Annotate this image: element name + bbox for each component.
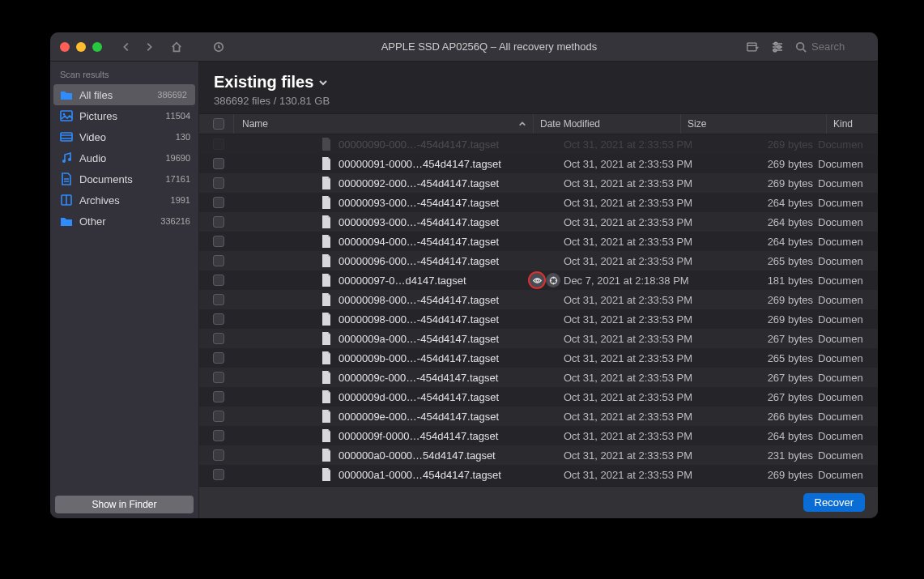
file-date: Oct 31, 2021 at 2:33:53 PM [562,255,709,267]
file-row[interactable]: 000000a1-0000…454d4147.tagsetOct 31, 202… [199,465,878,484]
sidebar-item-count: 17161 [165,174,190,184]
back-button[interactable] [117,37,136,57]
titlebar: APPLE SSD AP0256Q – All recovery methods [50,32,878,62]
recover-button[interactable]: Recover [803,493,865,512]
file-row[interactable]: 0000009b-000…-454d4147.tagsetOct 31, 202… [199,348,878,368]
file-date: Oct 31, 2021 at 2:33:53 PM [562,177,709,189]
row-checkbox[interactable] [213,294,224,305]
file-row[interactable]: 00000094-000…-454d4147.tagsetOct 31, 202… [199,232,878,251]
preview-icon[interactable] [530,273,544,287]
search-field[interactable] [795,40,868,53]
file-kind: Documen [818,158,878,170]
file-kind: Documen [818,372,878,384]
file-list[interactable]: 00000090-000…-454d4147.tagsetOct 31, 202… [199,134,878,486]
file-kind: Documen [818,313,878,326]
sidebar-item-archives[interactable]: Archives1991 [50,189,198,211]
row-checkbox[interactable] [213,411,224,422]
sidebar-item-all-files[interactable]: All files386692 [53,84,195,105]
file-kind: Documen [818,449,878,462]
row-checkbox[interactable] [213,352,224,364]
row-checkbox[interactable] [213,333,224,344]
image-icon [60,109,73,122]
file-size: 265 bytes [709,255,818,267]
file-name: 00000098-000…-454d4147.tagset [339,313,530,326]
file-row[interactable]: 00000093-000…-454d4147.tagsetOct 31, 202… [199,212,878,232]
home-button[interactable] [167,37,186,57]
file-row[interactable]: 0000009f-0000…454d4147.tagsetOct 31, 202… [199,426,878,445]
file-size: 269 bytes [709,294,818,306]
main-title[interactable]: Existing files [214,73,863,92]
row-checkbox[interactable] [213,158,224,169]
row-checkbox[interactable] [213,449,224,461]
column-size[interactable]: Size [680,114,826,134]
row-checkbox[interactable] [213,372,224,383]
main-subtitle: 386692 files / 130.81 GB [214,95,863,107]
sidebar-item-label: Video [79,131,106,143]
file-date: Oct 31, 2021 at 2:33:53 PM [562,138,709,151]
search-input[interactable] [811,40,860,53]
row-checkbox[interactable] [213,138,224,150]
file-date: Dec 7, 2021 at 2:18:38 PM [562,275,709,287]
file-row[interactable]: 00000098-000…-454d4147.tagsetOct 31, 202… [199,309,878,329]
row-checkbox[interactable] [213,255,224,266]
sidebar-item-documents[interactable]: Documents17161 [50,168,198,189]
file-name: 00000094-000…-454d4147.tagset [339,236,530,248]
file-icon [321,293,334,306]
file-row[interactable]: 0000009d-000…-454d4147.tagsetOct 31, 202… [199,387,878,407]
file-row[interactable]: 00000090-000…-454d4147.tagsetOct 31, 202… [199,134,878,154]
show-in-finder-button[interactable]: Show in Finder [55,496,194,513]
forward-button[interactable] [139,37,159,57]
row-checkbox[interactable] [213,216,224,228]
file-icon [321,390,334,403]
select-all-checkbox[interactable] [213,118,224,130]
file-row[interactable]: 00000093-000…-454d4147.tagsetOct 31, 202… [199,193,878,212]
row-checkbox[interactable] [213,430,224,441]
main-header: Existing files 386692 files / 130.81 GB [199,62,878,113]
sidebar-item-label: Archives [79,194,120,206]
file-date: Oct 31, 2021 at 2:33:53 PM [562,449,709,462]
file-size: 269 bytes [709,469,818,481]
row-checkbox[interactable] [213,177,224,189]
minimize-window-icon[interactable] [76,42,86,52]
row-checkbox[interactable] [213,391,224,402]
file-row[interactable]: 0000009e-000…-454d4147.tagsetOct 31, 202… [199,407,878,426]
row-checkbox[interactable] [213,236,224,247]
file-icon [321,138,334,151]
sidebar-item-count: 336216 [160,216,190,226]
file-date: Oct 31, 2021 at 2:33:53 PM [562,372,709,384]
view-mode-button[interactable] [747,40,760,53]
row-checkbox[interactable] [213,313,224,325]
row-checkbox[interactable] [213,469,224,480]
file-name: 0000009a-000…-454d4147.tagset [339,333,530,345]
file-row[interactable]: 00000091-0000…454d4147.tagsetOct 31, 202… [199,154,878,173]
bottom-bar: Recover [199,486,878,518]
file-row[interactable]: 0000009c-000…-454d4147.tagsetOct 31, 202… [199,368,878,387]
file-row[interactable]: 00000092-000…-454d4147.tagsetOct 31, 202… [199,173,878,193]
row-checkbox[interactable] [213,275,224,286]
rescan-button[interactable] [209,37,228,57]
sidebar-item-other[interactable]: Other336216 [50,211,198,232]
file-row[interactable]: 00000096-000…-454d4147.tagsetOct 31, 202… [199,251,878,270]
file-size: 181 bytes [709,275,818,287]
file-row[interactable]: 00000097-0…d4147.tagsetDec 7, 2021 at 2:… [199,270,878,290]
file-row[interactable]: 00000098-000…-454d4147.tagsetOct 31, 202… [199,290,878,309]
row-checkbox[interactable] [213,197,224,208]
file-kind: Documen [818,469,878,481]
column-date[interactable]: Date Modified [533,114,680,134]
fullscreen-window-icon[interactable] [92,42,102,52]
traffic-lights [60,42,102,52]
column-kind[interactable]: Kind [826,114,878,134]
column-name[interactable]: Name [233,114,533,134]
close-window-icon[interactable] [60,42,70,52]
file-row[interactable]: 000000a0-0000…54d4147.tagsetOct 31, 2021… [199,445,878,465]
file-date: Oct 31, 2021 at 2:33:53 PM [562,352,709,364]
document-icon [60,172,73,185]
locate-icon[interactable] [546,273,560,287]
file-name: 00000093-000…-454d4147.tagset [339,216,530,228]
file-kind: Documen [818,352,878,364]
settings-button[interactable] [771,40,784,53]
sidebar-item-video[interactable]: Video130 [50,126,198,147]
file-row[interactable]: 0000009a-000…-454d4147.tagsetOct 31, 202… [199,329,878,348]
sidebar-item-pictures[interactable]: Pictures11504 [50,105,198,126]
sidebar-item-audio[interactable]: Audio19690 [50,147,198,168]
